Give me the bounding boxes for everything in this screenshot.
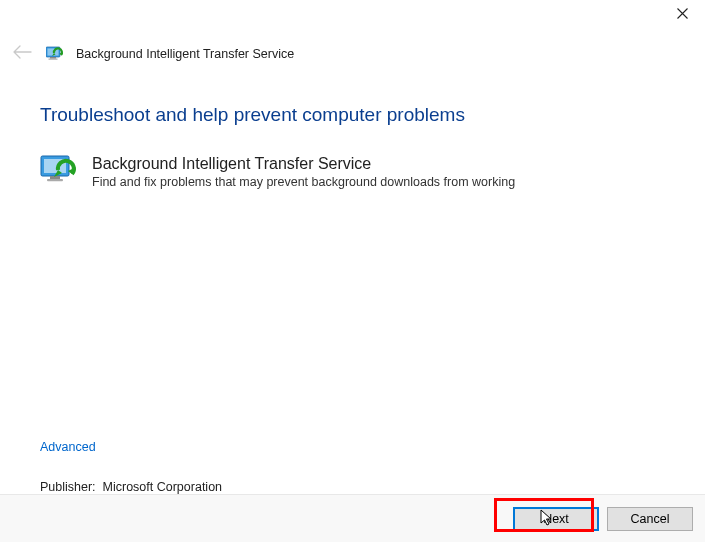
next-button[interactable]: Next [513, 507, 599, 531]
troubleshooter-small-icon [46, 46, 64, 62]
back-arrow-icon [12, 45, 32, 63]
svg-rect-7 [47, 179, 63, 181]
advanced-link[interactable]: Advanced [40, 440, 96, 454]
publisher-label: Publisher: [40, 480, 96, 494]
page-title: Troubleshoot and help prevent computer p… [40, 104, 665, 126]
service-row: Background Intelligent Transfer Service … [40, 154, 665, 189]
publisher-line: Publisher: Microsoft Corporation [40, 480, 222, 494]
back-button [10, 42, 34, 66]
publisher-value: Microsoft Corporation [103, 480, 223, 494]
service-title: Background Intelligent Transfer Service [92, 154, 515, 173]
header-row: Background Intelligent Transfer Service [0, 30, 705, 76]
content-area: Troubleshoot and help prevent computer p… [0, 76, 705, 518]
troubleshooter-large-icon [40, 154, 80, 188]
titlebar [0, 0, 705, 30]
cancel-button[interactable]: Cancel [607, 507, 693, 531]
service-description: Find and fix problems that may prevent b… [92, 175, 515, 189]
footer: Next Cancel [0, 494, 705, 542]
window-title: Background Intelligent Transfer Service [76, 47, 294, 61]
close-icon [677, 5, 688, 23]
close-button[interactable] [660, 0, 705, 28]
svg-rect-2 [50, 57, 56, 59]
svg-rect-3 [49, 59, 58, 60]
